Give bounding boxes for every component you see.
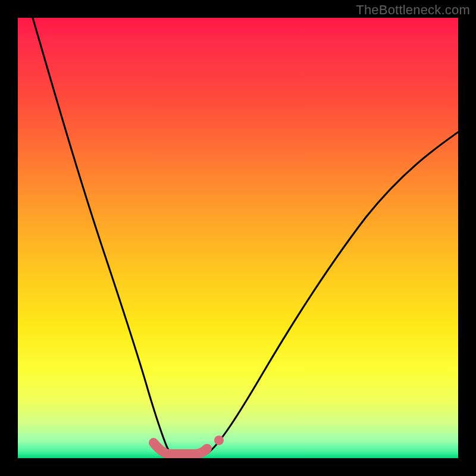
- chart-frame: TheBottleneck.com: [0, 0, 476, 476]
- curve-right-branch: [208, 132, 458, 453]
- attribution-text: TheBottleneck.com: [356, 2, 470, 18]
- plot-area: [18, 18, 458, 458]
- valley-marker-band: [154, 443, 207, 454]
- curve-left-branch: [33, 18, 170, 452]
- valley-marker-dot: [214, 436, 224, 445]
- curve-svg: [18, 18, 458, 458]
